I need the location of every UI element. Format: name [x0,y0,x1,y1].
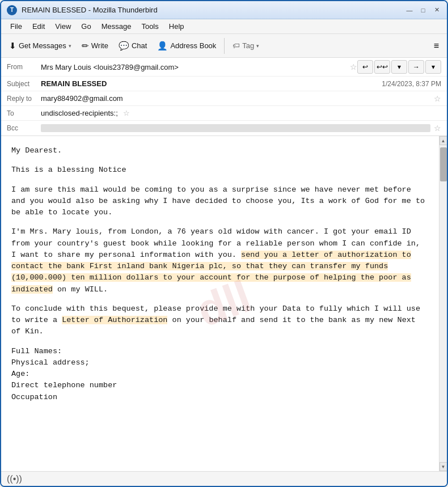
from-label: From [7,63,41,71]
from-value: Mrs Mary Louis <louis23789@gmail.com> [41,63,346,71]
get-messages-label: Get Messages [19,41,66,50]
tag-icon: 🏷 [233,41,240,50]
menu-tools[interactable]: Tools [137,20,163,32]
to-star-icon[interactable]: ☆ [123,109,130,117]
tag-label: Tag [242,41,254,50]
close-button[interactable]: ✕ [432,6,441,15]
reply-to-star-icon[interactable]: ☆ [434,94,441,103]
to-label: To [7,109,41,117]
minimize-button[interactable]: — [405,6,414,15]
to-value: undisclosed-recipients:; ☆ [41,109,441,117]
email-body: My Dearest. This is a blessing Notice I … [1,136,439,471]
app-icon: T [7,5,17,15]
menu-go[interactable]: Go [77,20,95,32]
subject-label: Subject [7,80,41,88]
connection-status-icon: ((•)) [7,474,22,484]
tag-area: 🏷 Tag ▾ [228,39,264,52]
to-value-text: undisclosed-recipients:; [41,109,118,117]
tag-dropdown-icon[interactable]: ▾ [256,43,259,49]
window-controls: — □ ✕ [405,6,441,15]
highlighted-text-1: send you a letter of authorization to co… [11,251,411,294]
toolbar-separator-1 [224,38,225,54]
subject-value: REMAIN BLESSED [41,79,382,88]
chat-label: Chat [132,41,147,50]
bcc-value [41,124,430,132]
reply-all-button[interactable]: ↩↩ [374,60,390,74]
highlighted-text-2: Letter of Authorization [62,316,167,324]
to-row: To undisclosed-recipients:; ☆ [1,106,447,121]
menu-bar: File Edit View Go Message Tools Help [1,19,447,34]
scroll-down-button[interactable]: ▼ [439,462,447,471]
email-header: From Mrs Mary Louis <louis23789@gmail.co… [1,58,447,136]
bcc-row: Bcc ☆ [1,121,447,135]
menu-edit[interactable]: Edit [28,20,49,32]
maximize-button[interactable]: □ [419,6,428,15]
write-button[interactable]: ✏ Write [77,39,113,53]
reply-to-label: Reply to [7,95,41,103]
scrollbar: ▲ ▼ [439,136,447,471]
reply-to-value: mary884902@gmail.com [41,94,430,103]
more-actions-button[interactable]: ▾ [425,60,441,74]
bcc-label: Bcc [7,124,41,132]
address-book-button[interactable]: 👤 Address Book [153,39,221,53]
toolbar: ⬇ Get Messages ▾ ✏ Write 💬 Chat 👤 Addres… [1,34,447,58]
main-window: T REMAIN BLESSED - Mozilla Thunderbird —… [0,0,448,487]
chat-button[interactable]: 💬 Chat [114,39,151,53]
window-title: REMAIN BLESSED - Mozilla Thunderbird [22,6,405,14]
forward-button[interactable]: → [408,60,424,74]
email-paragraph1: I am sure this mail would be coming to y… [11,184,429,219]
email-line1: This is a blessing Notice [11,164,429,176]
chat-icon: 💬 [119,41,129,51]
write-icon: ✏ [82,41,89,51]
get-messages-dropdown-icon[interactable]: ▾ [69,43,71,49]
hamburger-menu-button[interactable]: ≡ [429,39,443,53]
menu-file[interactable]: File [6,20,27,32]
address-book-label: Address Book [170,41,216,50]
scroll-thumb[interactable] [440,147,447,181]
subject-row: Subject REMAIN BLESSED 1/24/2023, 8:37 P… [1,77,447,91]
menu-view[interactable]: View [50,20,75,32]
address-book-icon: 👤 [157,41,168,51]
nav-dropdown-button[interactable]: ▾ [391,60,407,74]
nav-buttons: ↩ ↩↩ ▾ → ▾ [357,60,441,74]
reply-to-row: Reply to mary884902@gmail.com ☆ [1,91,447,106]
write-label: Write [91,41,108,50]
get-messages-icon: ⬇ [9,41,16,51]
email-data-fields: Full Names: Physical address; Age: Direc… [11,346,429,403]
get-messages-button[interactable]: ⬇ Get Messages ▾ [5,39,76,53]
title-bar: T REMAIN BLESSED - Mozilla Thunderbird —… [1,1,447,19]
reply-button[interactable]: ↩ [357,60,373,74]
scroll-track[interactable] [439,145,447,462]
from-star-icon[interactable]: ☆ [350,62,357,71]
menu-message[interactable]: Message [97,20,136,32]
email-paragraph3: To conclude with this bequest, please pr… [11,303,429,338]
scroll-up-button[interactable]: ▲ [439,136,447,145]
email-greeting: My Dearest. [11,145,429,156]
status-bar: ((•)) [1,471,447,486]
email-paragraph2: I'm Mrs. Mary louis, from London, a 76 y… [11,226,429,295]
email-body-container: dll My Dearest. This is a blessing Notic… [1,136,447,471]
from-row: From Mrs Mary Louis <louis23789@gmail.co… [1,58,447,77]
date-display: 1/24/2023, 8:37 PM [382,80,441,88]
menu-help[interactable]: Help [164,20,189,32]
highlighted-text-3: to [296,316,305,324]
bcc-star-icon[interactable]: ☆ [434,124,441,133]
